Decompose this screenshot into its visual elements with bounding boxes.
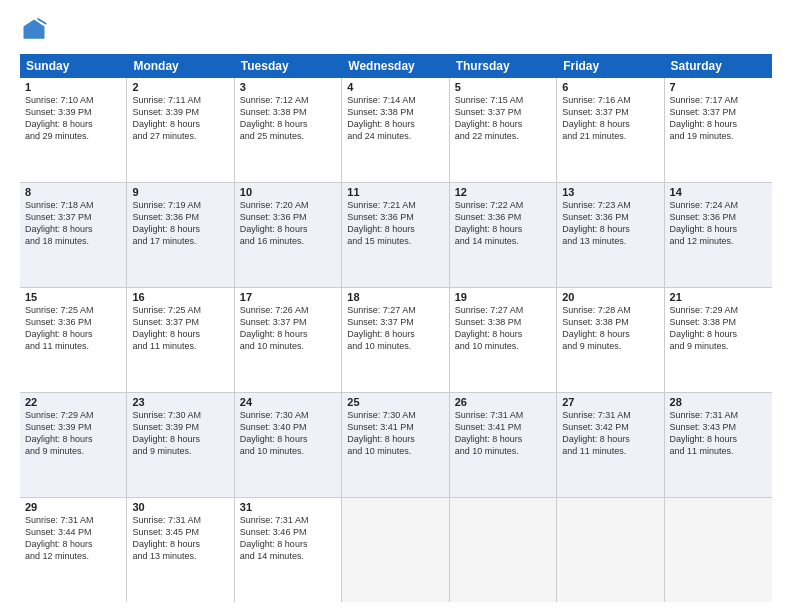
day-info: Sunrise: 7:30 AM Sunset: 3:41 PM Dayligh… [347,409,443,458]
day-header-wednesday: Wednesday [342,54,449,78]
day-cell-29: 29Sunrise: 7:31 AM Sunset: 3:44 PM Dayli… [20,498,127,602]
day-cell-13: 13Sunrise: 7:23 AM Sunset: 3:36 PM Dayli… [557,183,664,287]
day-number: 31 [240,501,336,513]
day-number: 15 [25,291,121,303]
day-number: 29 [25,501,121,513]
logo [20,16,52,44]
day-number: 9 [132,186,228,198]
day-header-sunday: Sunday [20,54,127,78]
day-cell-3: 3Sunrise: 7:12 AM Sunset: 3:38 PM Daylig… [235,78,342,182]
day-number: 11 [347,186,443,198]
day-cell-17: 17Sunrise: 7:26 AM Sunset: 3:37 PM Dayli… [235,288,342,392]
day-info: Sunrise: 7:31 AM Sunset: 3:44 PM Dayligh… [25,514,121,563]
day-number: 17 [240,291,336,303]
day-info: Sunrise: 7:27 AM Sunset: 3:38 PM Dayligh… [455,304,551,353]
calendar-row-5: 29Sunrise: 7:31 AM Sunset: 3:44 PM Dayli… [20,498,772,602]
day-cell-28: 28Sunrise: 7:31 AM Sunset: 3:43 PM Dayli… [665,393,772,497]
day-cell-2: 2Sunrise: 7:11 AM Sunset: 3:39 PM Daylig… [127,78,234,182]
day-cell-26: 26Sunrise: 7:31 AM Sunset: 3:41 PM Dayli… [450,393,557,497]
day-cell-9: 9Sunrise: 7:19 AM Sunset: 3:36 PM Daylig… [127,183,234,287]
day-cell-11: 11Sunrise: 7:21 AM Sunset: 3:36 PM Dayli… [342,183,449,287]
svg-marker-0 [24,20,45,39]
calendar: SundayMondayTuesdayWednesdayThursdayFrid… [20,54,772,602]
day-header-friday: Friday [557,54,664,78]
day-header-saturday: Saturday [665,54,772,78]
day-info: Sunrise: 7:29 AM Sunset: 3:39 PM Dayligh… [25,409,121,458]
day-info: Sunrise: 7:16 AM Sunset: 3:37 PM Dayligh… [562,94,658,143]
day-info: Sunrise: 7:30 AM Sunset: 3:39 PM Dayligh… [132,409,228,458]
empty-cell [665,498,772,602]
day-cell-19: 19Sunrise: 7:27 AM Sunset: 3:38 PM Dayli… [450,288,557,392]
day-cell-31: 31Sunrise: 7:31 AM Sunset: 3:46 PM Dayli… [235,498,342,602]
day-info: Sunrise: 7:29 AM Sunset: 3:38 PM Dayligh… [670,304,767,353]
day-cell-4: 4Sunrise: 7:14 AM Sunset: 3:38 PM Daylig… [342,78,449,182]
day-info: Sunrise: 7:10 AM Sunset: 3:39 PM Dayligh… [25,94,121,143]
day-cell-16: 16Sunrise: 7:25 AM Sunset: 3:37 PM Dayli… [127,288,234,392]
day-number: 24 [240,396,336,408]
day-number: 4 [347,81,443,93]
day-info: Sunrise: 7:14 AM Sunset: 3:38 PM Dayligh… [347,94,443,143]
day-number: 19 [455,291,551,303]
day-cell-25: 25Sunrise: 7:30 AM Sunset: 3:41 PM Dayli… [342,393,449,497]
empty-cell [450,498,557,602]
day-cell-12: 12Sunrise: 7:22 AM Sunset: 3:36 PM Dayli… [450,183,557,287]
day-info: Sunrise: 7:20 AM Sunset: 3:36 PM Dayligh… [240,199,336,248]
day-number: 5 [455,81,551,93]
day-number: 14 [670,186,767,198]
day-info: Sunrise: 7:25 AM Sunset: 3:37 PM Dayligh… [132,304,228,353]
calendar-row-1: 1Sunrise: 7:10 AM Sunset: 3:39 PM Daylig… [20,78,772,183]
day-number: 30 [132,501,228,513]
day-number: 3 [240,81,336,93]
day-cell-22: 22Sunrise: 7:29 AM Sunset: 3:39 PM Dayli… [20,393,127,497]
day-info: Sunrise: 7:21 AM Sunset: 3:36 PM Dayligh… [347,199,443,248]
page: SundayMondayTuesdayWednesdayThursdayFrid… [0,0,792,612]
day-number: 7 [670,81,767,93]
day-cell-20: 20Sunrise: 7:28 AM Sunset: 3:38 PM Dayli… [557,288,664,392]
day-number: 13 [562,186,658,198]
day-number: 21 [670,291,767,303]
day-cell-1: 1Sunrise: 7:10 AM Sunset: 3:39 PM Daylig… [20,78,127,182]
day-cell-21: 21Sunrise: 7:29 AM Sunset: 3:38 PM Dayli… [665,288,772,392]
day-info: Sunrise: 7:22 AM Sunset: 3:36 PM Dayligh… [455,199,551,248]
day-header-tuesday: Tuesday [235,54,342,78]
day-cell-7: 7Sunrise: 7:17 AM Sunset: 3:37 PM Daylig… [665,78,772,182]
day-info: Sunrise: 7:30 AM Sunset: 3:40 PM Dayligh… [240,409,336,458]
day-number: 26 [455,396,551,408]
day-number: 6 [562,81,658,93]
day-info: Sunrise: 7:28 AM Sunset: 3:38 PM Dayligh… [562,304,658,353]
calendar-body: 1Sunrise: 7:10 AM Sunset: 3:39 PM Daylig… [20,78,772,602]
day-cell-6: 6Sunrise: 7:16 AM Sunset: 3:37 PM Daylig… [557,78,664,182]
day-info: Sunrise: 7:25 AM Sunset: 3:36 PM Dayligh… [25,304,121,353]
day-info: Sunrise: 7:27 AM Sunset: 3:37 PM Dayligh… [347,304,443,353]
day-number: 22 [25,396,121,408]
empty-cell [342,498,449,602]
day-info: Sunrise: 7:24 AM Sunset: 3:36 PM Dayligh… [670,199,767,248]
day-cell-15: 15Sunrise: 7:25 AM Sunset: 3:36 PM Dayli… [20,288,127,392]
day-info: Sunrise: 7:31 AM Sunset: 3:45 PM Dayligh… [132,514,228,563]
day-info: Sunrise: 7:31 AM Sunset: 3:42 PM Dayligh… [562,409,658,458]
day-number: 16 [132,291,228,303]
day-number: 12 [455,186,551,198]
header [20,16,772,44]
day-info: Sunrise: 7:23 AM Sunset: 3:36 PM Dayligh… [562,199,658,248]
day-cell-23: 23Sunrise: 7:30 AM Sunset: 3:39 PM Dayli… [127,393,234,497]
day-info: Sunrise: 7:26 AM Sunset: 3:37 PM Dayligh… [240,304,336,353]
day-info: Sunrise: 7:19 AM Sunset: 3:36 PM Dayligh… [132,199,228,248]
day-number: 8 [25,186,121,198]
calendar-header: SundayMondayTuesdayWednesdayThursdayFrid… [20,54,772,78]
day-info: Sunrise: 7:18 AM Sunset: 3:37 PM Dayligh… [25,199,121,248]
day-cell-8: 8Sunrise: 7:18 AM Sunset: 3:37 PM Daylig… [20,183,127,287]
calendar-row-4: 22Sunrise: 7:29 AM Sunset: 3:39 PM Dayli… [20,393,772,498]
day-number: 18 [347,291,443,303]
day-number: 10 [240,186,336,198]
day-number: 20 [562,291,658,303]
day-number: 27 [562,396,658,408]
logo-icon [20,16,48,44]
calendar-row-3: 15Sunrise: 7:25 AM Sunset: 3:36 PM Dayli… [20,288,772,393]
empty-cell [557,498,664,602]
day-info: Sunrise: 7:31 AM Sunset: 3:43 PM Dayligh… [670,409,767,458]
day-cell-27: 27Sunrise: 7:31 AM Sunset: 3:42 PM Dayli… [557,393,664,497]
day-cell-30: 30Sunrise: 7:31 AM Sunset: 3:45 PM Dayli… [127,498,234,602]
day-header-thursday: Thursday [450,54,557,78]
day-cell-14: 14Sunrise: 7:24 AM Sunset: 3:36 PM Dayli… [665,183,772,287]
